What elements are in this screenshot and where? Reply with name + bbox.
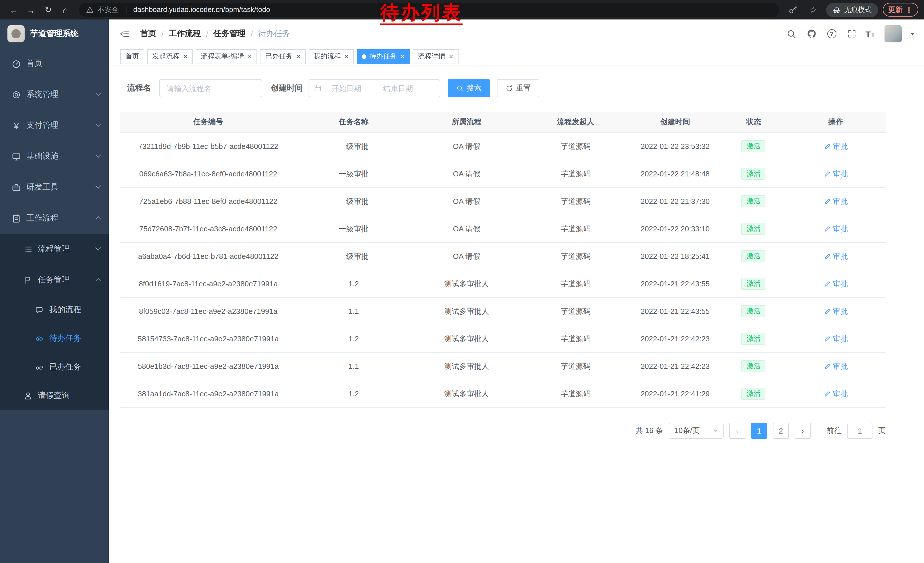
tab-process-form-edit[interactable]: 流程表单-编辑 × (195, 49, 257, 64)
table-row: 75d72608-7b7f-11ec-a3c8-acde48001122 一级审… (120, 215, 886, 243)
app-logo-row[interactable]: 芋道管理系统 (0, 20, 109, 48)
password-key-icon[interactable] (784, 2, 801, 17)
font-size-icon[interactable]: T T (866, 30, 875, 38)
approve-link[interactable]: 审批 (824, 141, 848, 152)
process-name-label: 流程名 (127, 83, 151, 93)
search-icon[interactable] (785, 27, 798, 40)
cell-starter: 芋道源码 (522, 196, 629, 206)
end-date-input[interactable] (376, 84, 420, 93)
approve-link[interactable]: 审批 (824, 251, 848, 261)
help-icon[interactable]: ? (825, 27, 838, 40)
approve-link[interactable]: 审批 (824, 224, 848, 234)
column-starter: 流程发起人 (522, 117, 629, 127)
next-page-button[interactable]: › (795, 423, 811, 439)
sidebar-item-infrastructure[interactable]: 基础设施 (0, 141, 109, 172)
sidebar-item-system-management[interactable]: 系统管理 (0, 79, 109, 110)
table-row: a6aba0a4-7b6d-11ec-b781-acde48001122 一级审… (120, 243, 886, 270)
close-icon[interactable]: × (345, 53, 349, 60)
browser-back-icon[interactable]: ← (6, 2, 22, 17)
sidebar-item-workflow[interactable]: 工作流程 (0, 203, 109, 234)
tab-home[interactable]: 首页 (120, 49, 144, 64)
sidebar-item-process-management[interactable]: 流程管理 (0, 234, 109, 264)
sidebar-item-payment-management[interactable]: ¥ 支付管理 (0, 110, 109, 141)
sidebar-item-task-management[interactable]: 任务管理 (0, 264, 109, 296)
approve-link[interactable]: 审批 (824, 389, 848, 399)
browser-forward-icon[interactable]: → (23, 2, 39, 17)
breadcrumb-task-management[interactable]: 任务管理 (213, 29, 246, 39)
cell-create-time: 2022-01-21 22:43:55 (629, 279, 721, 288)
status-badge: 激活 (742, 332, 766, 345)
cell-process: 测试多审批人 (411, 279, 522, 289)
app-window: 芋道管理系统 首页 系统管理 ¥ 支付管理 基础设施 (0, 20, 924, 563)
tab-my-process[interactable]: 我的流程 × (309, 49, 354, 64)
cell-task-name: 一级审批 (296, 251, 411, 261)
sidebar-item-todo-tasks[interactable]: 待办任务 (0, 324, 109, 353)
calendar-icon (314, 84, 322, 92)
cell-process: 测试多审批人 (411, 333, 522, 344)
table-row: 381aa1dd-7ac8-11ec-a9e2-a2380e71991a 1.2… (120, 380, 886, 408)
cell-status: 激活 (721, 168, 786, 180)
create-time-label: 创建时间 (271, 83, 303, 93)
more-menu-icon: ⋮ (905, 6, 912, 14)
user-avatar[interactable] (885, 25, 902, 42)
goto-page-input[interactable] (847, 423, 873, 439)
fullscreen-icon[interactable] (845, 27, 858, 40)
cell-process: OA 请假 (411, 169, 522, 179)
close-icon[interactable]: × (183, 53, 188, 60)
approve-link[interactable]: 审批 (824, 361, 848, 371)
tab-start-process[interactable]: 发起流程 × (147, 49, 193, 64)
avatar-dropdown-caret-icon[interactable] (910, 32, 915, 35)
tab-process-detail[interactable]: 流程详情 × (413, 49, 458, 64)
tab-todo-tasks[interactable]: 待办任务 × (357, 49, 410, 64)
edit-icon (824, 225, 831, 232)
cell-create-time: 2022-01-21 22:41:29 (629, 389, 721, 398)
gear-icon (12, 90, 21, 99)
github-icon[interactable] (805, 27, 818, 40)
sidebar: 芋道管理系统 首页 系统管理 ¥ 支付管理 基础设施 (0, 20, 109, 563)
date-range-picker[interactable]: - (309, 79, 440, 98)
tab-done-tasks[interactable]: 已办任务 × (260, 49, 305, 64)
close-icon[interactable]: × (449, 53, 453, 60)
search-icon (456, 84, 464, 92)
close-icon[interactable]: × (400, 53, 405, 60)
process-name-input[interactable] (159, 79, 262, 98)
bookmark-star-icon[interactable]: ☆ (805, 2, 821, 17)
sidebar-item-leave-query[interactable]: 请假查询 (0, 381, 109, 410)
close-icon[interactable]: × (296, 53, 300, 60)
approve-link[interactable]: 审批 (824, 279, 848, 289)
approve-link[interactable]: 审批 (824, 333, 848, 344)
approve-link[interactable]: 审批 (824, 306, 848, 317)
prev-page-button[interactable]: ‹ (729, 423, 746, 439)
top-navbar: 首页 / 工作流程 / 任务管理 / 待办任务 ? (109, 20, 924, 48)
edit-icon (824, 335, 831, 342)
sidebar-item-label: 首页 (26, 59, 42, 69)
warning-icon (86, 6, 94, 14)
sidebar-item-dev-tools[interactable]: 研发工具 (0, 172, 109, 203)
approve-link-label: 审批 (833, 306, 848, 317)
cell-task-name: 一级审批 (296, 141, 411, 152)
page-button-1[interactable]: 1 (751, 423, 767, 439)
page-size-select[interactable]: 10条/页 (669, 423, 724, 439)
browser-reload-icon[interactable]: ↻ (40, 2, 56, 17)
browser-update-button[interactable]: 更新 ⋮ (882, 3, 918, 17)
browser-home-icon[interactable]: ⌂ (57, 2, 73, 17)
sidebar-fold-icon[interactable] (118, 27, 132, 41)
approve-link-label: 审批 (833, 141, 848, 152)
sidebar-item-my-process[interactable]: 我的流程 (0, 296, 109, 324)
reset-button[interactable]: 重置 (497, 79, 539, 98)
page-button-2[interactable]: 2 (773, 423, 789, 439)
start-date-input[interactable] (324, 84, 369, 93)
sidebar-item-done-tasks[interactable]: 已办任务 (0, 353, 109, 381)
address-bar[interactable]: 不安全 | dashboard.yudao.iocoder.cn/bpm/tas… (79, 3, 779, 17)
approve-link[interactable]: 审批 (824, 196, 848, 206)
sidebar-item-home[interactable]: 首页 (0, 48, 109, 79)
breadcrumb-separator: / (251, 29, 253, 38)
approve-link[interactable]: 审批 (824, 169, 848, 179)
breadcrumb-home[interactable]: 首页 (140, 29, 156, 39)
close-icon[interactable]: × (248, 53, 252, 60)
cell-status: 激活 (721, 250, 786, 262)
cell-starter: 芋道源码 (522, 333, 629, 344)
search-button[interactable]: 搜索 (448, 79, 490, 98)
breadcrumb-workflow[interactable]: 工作流程 (169, 29, 201, 39)
sidebar-item-label: 基础设施 (26, 151, 58, 162)
